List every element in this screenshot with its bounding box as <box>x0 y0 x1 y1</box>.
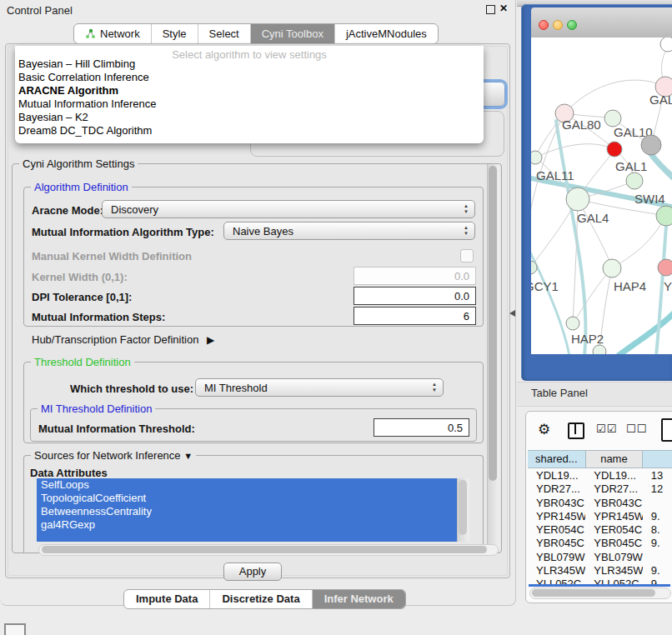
table-cell[interactable]: YDL19... <box>585 468 642 482</box>
node-label: HAP4 <box>614 279 646 293</box>
algorithm-option[interactable]: Bayesian – K2 <box>18 111 480 124</box>
table-cell[interactable]: 8. <box>643 522 672 536</box>
tab-cyni-toolbox[interactable]: Cyni Toolbox <box>250 24 334 43</box>
network-node[interactable] <box>607 142 622 157</box>
network-node[interactable] <box>593 345 606 354</box>
mi-threshold-field[interactable]: 0.5 <box>374 418 469 437</box>
network-node[interactable] <box>641 135 661 155</box>
network-node[interactable] <box>566 317 579 330</box>
tab-infer-network[interactable]: Infer Network <box>312 590 405 608</box>
gear-icon[interactable]: ⚙ <box>538 421 550 438</box>
table-cell[interactable] <box>643 496 672 509</box>
collapse-down-icon[interactable]: ▼ <box>183 451 193 461</box>
table-row[interactable]: YBR043CYBR043C <box>528 496 672 509</box>
settings-hscrollbar-thumb[interactable] <box>42 546 487 553</box>
table-cell[interactable]: YBR043C <box>528 496 585 509</box>
table-row[interactable]: YDR27...YDR27...12 <box>528 482 672 495</box>
attribute-item[interactable] <box>37 532 457 542</box>
column-header[interactable]: shared... <box>528 450 586 468</box>
attribute-item[interactable]: TopologicalCoefficient <box>37 492 457 505</box>
algorithm-option[interactable]: Basic Correlation Inference <box>18 71 480 84</box>
table-cell[interactable]: YPR145W <box>528 509 585 522</box>
table-row[interactable]: YER054CYER054C8. <box>528 522 672 536</box>
network-view-canvas[interactable]: GALGAL80GAL10GAL1GAL11SWI4GAL4GCY1HAP4YH… <box>531 38 672 354</box>
deselect-all-icon[interactable]: ☐☐ <box>626 422 647 435</box>
dpi-tolerance-field[interactable]: 0.0 <box>354 287 476 305</box>
network-node[interactable] <box>658 259 672 276</box>
mi-steps-field[interactable]: 6 <box>354 307 476 325</box>
table-cell[interactable] <box>643 550 672 563</box>
algorithm-option[interactable]: Dream8 DC_TDC Algorithm <box>18 124 480 138</box>
table-row[interactable]: YLR345WYLR345W9. <box>528 563 672 577</box>
settings-scrollbar-thumb[interactable] <box>489 166 497 481</box>
tab-style[interactable]: Style <box>151 24 198 43</box>
table-hscrollbar[interactable] <box>529 588 671 599</box>
settings-scrollbar[interactable] <box>487 164 499 550</box>
tab-impute-data[interactable]: Impute Data <box>124 590 209 608</box>
table-cell[interactable]: 13 <box>643 468 672 482</box>
network-node[interactable] <box>656 206 672 226</box>
attribute-item[interactable]: BetweennessCentrality <box>37 505 457 518</box>
aracne-mode-select[interactable]: Discovery ▲▼ <box>102 200 475 218</box>
algorithm-option[interactable]: Mutual Information Inference <box>18 98 480 111</box>
table-cell[interactable]: YER054C <box>528 522 585 536</box>
data-attributes-list[interactable]: SelfLoopsTopologicalCoefficientBetweenne… <box>37 478 457 542</box>
hub-section-toggle[interactable]: Hub/Transcription Factor Definition ▶ <box>32 333 214 346</box>
attributes-scrollbar-thumb[interactable] <box>459 480 467 535</box>
manual-kernel-checkbox[interactable] <box>460 249 474 262</box>
table-cell[interactable]: YDR27... <box>528 482 585 495</box>
network-window-titlebar[interactable] <box>531 8 672 38</box>
tab-select[interactable]: Select <box>198 24 250 43</box>
table-cell[interactable]: YDR27... <box>585 482 642 495</box>
table-cell[interactable]: YBL079W <box>528 550 585 563</box>
table-cell[interactable]: YLR345W <box>528 563 585 577</box>
tab-discretize-data[interactable]: Discretize Data <box>209 590 311 608</box>
apply-button[interactable]: Apply <box>223 562 282 581</box>
columns-icon[interactable] <box>568 422 584 439</box>
minimized-panel-grip[interactable] <box>4 623 26 635</box>
settings-hscrollbar[interactable] <box>38 544 499 556</box>
table-cell[interactable]: YLR345W <box>585 563 642 577</box>
kernel-width-field[interactable]: 0.0 <box>354 267 476 285</box>
table-hscrollbar-thumb[interactable] <box>532 589 655 597</box>
tab-jactivemnodules[interactable]: jActiveMNodules <box>334 24 438 43</box>
which-threshold-select[interactable]: MI Threshold ▲▼ <box>195 378 444 397</box>
network-node[interactable] <box>566 188 589 211</box>
table-cell[interactable]: 9. <box>643 509 672 522</box>
table-row[interactable]: YBL079WYBL079W <box>528 550 672 563</box>
table-cell[interactable]: YER054C <box>585 522 642 536</box>
close-icon[interactable]: ✕ <box>499 2 508 14</box>
table-cell[interactable]: 12 <box>643 482 672 495</box>
table-row[interactable]: YBR045CYBR045C9. <box>528 536 672 549</box>
table-cell[interactable]: YBL079W <box>585 550 642 563</box>
close-traffic-light-icon[interactable] <box>539 20 549 30</box>
attribute-item[interactable]: SelfLoops <box>37 478 457 492</box>
table-cell[interactable]: YBR045C <box>585 536 642 549</box>
network-node[interactable] <box>660 38 672 52</box>
column-header[interactable] <box>643 450 672 468</box>
tab-network[interactable]: Network <box>74 24 151 43</box>
network-node[interactable] <box>604 110 621 127</box>
table-cell[interactable]: YDL19... <box>528 468 585 482</box>
minimize-traffic-light-icon[interactable] <box>553 20 563 30</box>
table-cell[interactable]: YPR145W <box>585 509 642 522</box>
attributes-scrollbar[interactable] <box>457 478 469 542</box>
network-node[interactable] <box>603 259 621 278</box>
algorithm-option[interactable]: Bayesian – Hill Climbing <box>18 58 480 71</box>
table-cell[interactable]: YBR045C <box>528 536 585 549</box>
mi-type-select[interactable]: Naive Bayes ▲▼ <box>223 222 475 240</box>
export-table-icon[interactable] <box>661 418 672 442</box>
table-row[interactable]: YDL19...YDL19...13 <box>528 468 672 482</box>
zoom-traffic-light-icon[interactable] <box>567 20 577 30</box>
algorithm-option[interactable]: ARACNE Algorithm <box>18 84 480 98</box>
column-header[interactable]: name <box>586 450 644 468</box>
table-cell[interactable]: 9. <box>643 536 672 549</box>
table-cell[interactable]: YBR043C <box>585 496 642 509</box>
network-node[interactable] <box>626 172 643 189</box>
table-cell[interactable]: 9. <box>643 563 672 577</box>
select-all-icon[interactable]: ☑☑ <box>596 422 617 435</box>
table-row[interactable]: YPR145WYPR145W9. <box>528 509 672 522</box>
attribute-item[interactable]: gal4RGexp <box>37 518 457 532</box>
float-window-icon[interactable] <box>486 5 495 14</box>
network-node[interactable] <box>531 151 542 164</box>
